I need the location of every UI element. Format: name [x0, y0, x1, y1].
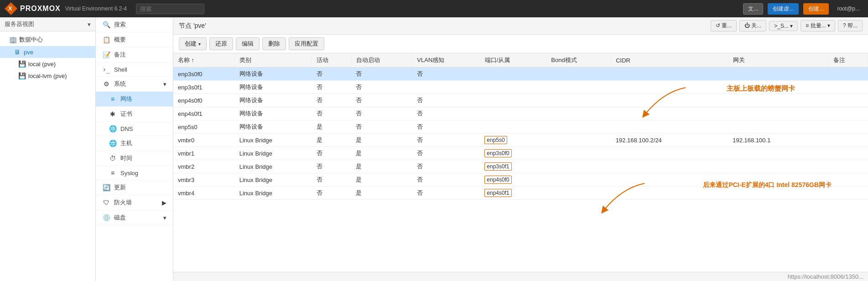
- nav-item-shell[interactable]: ›_ Shell: [96, 62, 173, 77]
- table-row[interactable]: vmbr3 Linux Bridge 否 是 否 enp4s0f0: [173, 173, 868, 187]
- cell-type: 网络设备: [235, 81, 312, 94]
- lang-button[interactable]: 文...: [743, 3, 763, 15]
- cell-note: [828, 81, 868, 94]
- nav-label-system: 系统: [114, 80, 126, 88]
- apply-config-button[interactable]: 应用配置: [289, 37, 324, 50]
- cell-vlan: 否: [412, 134, 480, 147]
- nav-label-disk: 磁盘: [114, 213, 126, 222]
- nav-item-disk[interactable]: 💿 磁盘 ▾: [96, 210, 173, 225]
- cell-gateway: [728, 120, 828, 134]
- nav-item-notes[interactable]: 📝 备注: [96, 47, 173, 62]
- shell-button[interactable]: >_S... ▾: [769, 21, 798, 31]
- cell-name: enp3s0f1: [173, 81, 235, 94]
- sidebar-item-local[interactable]: 💾 local (pve): [0, 58, 95, 70]
- sidebar-label-local: local (pve): [28, 61, 56, 68]
- network-icon: ≡: [109, 95, 117, 103]
- cell-port: [480, 107, 546, 120]
- table-row[interactable]: enp5s0 网络设备 是 否 否: [173, 120, 868, 134]
- cell-note: [828, 160, 868, 173]
- sidebar-title: 服务器视图: [5, 20, 34, 28]
- restore-button[interactable]: 还原: [209, 37, 233, 50]
- cell-autostart: 是: [351, 173, 412, 187]
- cell-autostart: 否: [351, 120, 412, 134]
- table-row[interactable]: enp4s0f1 网络设备 否 否 否: [173, 107, 868, 120]
- cell-name: vmbr3: [173, 173, 235, 187]
- time-icon: ⏱: [109, 155, 117, 162]
- proxmox-logo-icon: X: [5, 2, 17, 15]
- help-button[interactable]: ? 帮...: [838, 20, 863, 31]
- cell-bond: [546, 81, 611, 94]
- nav-item-summary[interactable]: 📋 概要: [96, 32, 173, 47]
- create-ct-button[interactable]: 创建...: [803, 3, 829, 15]
- cell-port: enp5s0: [480, 134, 546, 147]
- cell-type: Linux Bridge: [235, 134, 312, 147]
- cell-port: [480, 120, 546, 134]
- nav-item-updates[interactable]: 🔄 更新: [96, 180, 173, 195]
- sidebar-section: 🏢 数据中心 🖥 pve 💾 local (pve) 💾 local-lvm (…: [0, 31, 95, 83]
- cell-name: vmbr2: [173, 160, 235, 173]
- cell-type: 网络设备: [235, 68, 312, 81]
- create-arrow-icon: ▾: [198, 42, 201, 47]
- cell-autostart: 是: [351, 134, 412, 147]
- reboot-button[interactable]: ↺ 重...: [711, 20, 737, 31]
- cell-name: enp4s0f0: [173, 94, 235, 107]
- table-row[interactable]: enp3s0f1 网络设备 否 否: [173, 81, 868, 94]
- svg-text:X: X: [8, 5, 12, 12]
- col-gateway: 网关: [728, 53, 828, 68]
- cell-port: enp4s0f0: [480, 173, 546, 187]
- cell-vlan: 否: [412, 173, 480, 187]
- table-row[interactable]: vmbr4 Linux Bridge 否 是 否 enp4s0f1: [173, 187, 868, 200]
- cell-type: 网络设备: [235, 107, 312, 120]
- table-row[interactable]: vmbr2 Linux Bridge 否 是 否 enp3s0f1: [173, 160, 868, 173]
- sidebar-item-pve[interactable]: 🖥 pve: [0, 46, 95, 58]
- nav-item-system[interactable]: ⚙ 系统 ▾: [96, 77, 173, 92]
- pve-icon: 🖥: [14, 48, 21, 56]
- cell-bond: [546, 134, 611, 147]
- nav-item-time[interactable]: ⏱ 时间: [96, 151, 173, 166]
- create-vm-button[interactable]: 创建虚...: [768, 3, 799, 15]
- nav-item-certs[interactable]: ✱ 证书: [96, 107, 173, 122]
- edit-button[interactable]: 编辑: [236, 37, 260, 50]
- nav-item-search[interactable]: 🔍 搜索: [96, 17, 173, 32]
- cell-gateway: 192.168.100.1: [728, 134, 828, 147]
- cell-gateway: [728, 81, 828, 94]
- col-type: 类别: [235, 53, 312, 68]
- cell-port: [480, 94, 546, 107]
- sidebar-label-pve: pve: [24, 49, 33, 56]
- header-actions: ↺ 重... ⏻ 关... >_S... ▾ ≡ 批量... ▾ ? 帮...: [711, 20, 863, 31]
- table-row[interactable]: enp3s0f0 网络设备 否 否 否: [173, 68, 868, 81]
- nav-item-dns[interactable]: 🌐 DNS: [96, 122, 173, 136]
- table-row[interactable]: vmbr1 Linux Bridge 否 是 否 enp3s0f0: [173, 147, 868, 160]
- sidebar-item-datacenter[interactable]: 🏢 数据中心: [0, 33, 95, 46]
- cell-bond: [546, 173, 611, 187]
- table-row[interactable]: vmbr0 Linux Bridge 是 是 否 enp5s0 192.168.…: [173, 134, 868, 147]
- shutdown-button[interactable]: ⏻ 关...: [739, 20, 766, 31]
- cell-note: [828, 94, 868, 107]
- nav-item-firewall[interactable]: 🛡 防火墙 ▶: [96, 195, 173, 210]
- sidebar: 服务器视图 ▾ 🏢 数据中心 🖥 pve 💾 local (pve) 💾 loc…: [0, 17, 96, 281]
- cell-active: 是: [312, 134, 351, 147]
- batch-button[interactable]: ≡ 批量... ▾: [800, 20, 835, 31]
- syslog-icon: ≡: [109, 169, 117, 177]
- nav-item-network[interactable]: ≡ 网络: [96, 92, 173, 107]
- firewall-arrow-icon: ▶: [162, 199, 166, 206]
- cell-cidr: [611, 147, 728, 160]
- cell-type: Linux Bridge: [235, 187, 312, 200]
- product-version: Virtual Environment 6.2-4: [65, 5, 127, 12]
- create-button[interactable]: 创建 ▾: [179, 37, 207, 50]
- cell-type: 网络设备: [235, 120, 312, 134]
- col-note: 备注: [828, 53, 868, 68]
- nav-item-syslog[interactable]: ≡ Syslog: [96, 166, 173, 180]
- cell-cidr: [611, 107, 728, 120]
- logo-text: PROXMOX: [20, 5, 61, 13]
- cell-vlan: 否: [412, 94, 480, 107]
- sidebar-item-local-lvm[interactable]: 💾 local-lvm (pve): [0, 70, 95, 82]
- cell-bond: [546, 160, 611, 173]
- table-row[interactable]: enp4s0f0 网络设备 否 否 否: [173, 94, 868, 107]
- search-input[interactable]: [136, 4, 204, 14]
- cell-gateway: [728, 68, 828, 81]
- nav-item-host[interactable]: 🌐 主机: [96, 136, 173, 151]
- local-lvm-icon: 💾: [18, 72, 26, 79]
- sidebar-collapse-icon[interactable]: ▾: [88, 21, 91, 28]
- delete-button[interactable]: 删除: [262, 37, 286, 50]
